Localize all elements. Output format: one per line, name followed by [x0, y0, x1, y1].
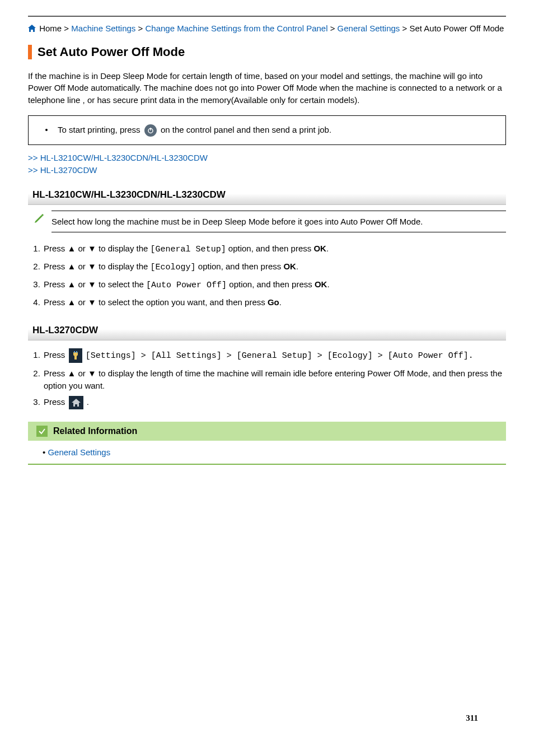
svg-rect-4	[76, 351, 77, 353]
breadcrumb-machine-settings[interactable]: Machine Settings	[71, 24, 135, 33]
steps-list-b: Press [Settings] > [All Settings] > [Gen…	[43, 346, 506, 412]
anchor-link-2[interactable]: >> HL-L3270CDW	[28, 165, 97, 175]
step-item: Press ▲ or ▼ to display the length of ti…	[43, 365, 506, 394]
breadcrumb-current: Set Auto Power Off Mode	[409, 24, 504, 33]
step-item: Press [Settings] > [All Settings] > [Gen…	[43, 346, 506, 365]
step-item: Press ▲ or ▼ to select the option you wa…	[43, 294, 506, 311]
anchor-links: >> HL-L3210CW/HL-L3230CDN/HL-L3230CDW >>…	[28, 152, 506, 177]
breadcrumb-sep: >	[330, 24, 335, 33]
note-text: To start printing, press on the control …	[58, 124, 331, 137]
section-heading-a: HL-L3210CW/HL-L3230CDN/HL-L3230CDW	[28, 185, 506, 205]
related-item: General Settings	[43, 447, 110, 457]
breadcrumb-general-settings[interactable]: General Settings	[338, 24, 400, 33]
home-icon[interactable]	[28, 23, 36, 35]
breadcrumb: Home > Machine Settings > Change Machine…	[28, 22, 506, 35]
check-icon	[36, 426, 48, 437]
step-chain: [Settings] > [All Settings] > [General S…	[86, 351, 474, 361]
note-box: To start printing, press on the control …	[28, 115, 506, 145]
top-rule	[28, 16, 506, 17]
related-link-general-settings[interactable]: General Settings	[48, 447, 110, 457]
breadcrumb-change-settings[interactable]: Change Machine Settings from the Control…	[145, 24, 327, 33]
section-heading-b: HL-L3270CDW	[28, 320, 506, 340]
steps-list-a: Press ▲ or ▼ to display the [General Set…	[43, 240, 506, 310]
note-post: on the control panel and then send a pri…	[161, 125, 331, 134]
page-title-row: Set Auto Power Off Mode	[28, 43, 506, 61]
power-icon	[144, 124, 157, 137]
home-button-icon	[69, 396, 83, 409]
page-title: Set Auto Power Off Mode	[38, 43, 185, 61]
breadcrumb-home: Home	[39, 24, 62, 33]
step-item: Press .	[43, 394, 506, 412]
breadcrumb-sep: >	[402, 24, 407, 33]
page-number: 311	[466, 712, 478, 725]
breadcrumb-sep: >	[64, 24, 69, 33]
related-heading-text: Related Information	[53, 424, 137, 437]
related-information: Related Information General Settings	[28, 422, 506, 465]
related-heading: Related Information	[28, 422, 506, 440]
anchor-link-1[interactable]: >> HL-L3210CW/HL-L3230CDN/HL-L3230CDW	[28, 153, 208, 162]
tip-text: Select how long the machine must be in D…	[51, 211, 506, 233]
note-pre: To start printing, press	[58, 125, 143, 134]
step-item: Press ▲ or ▼ to display the [General Set…	[43, 240, 506, 258]
intro-paragraph: If the machine is in Deep Sleep Mode for…	[28, 70, 506, 106]
title-accent-bar	[28, 45, 32, 59]
pencil-icon	[34, 212, 46, 227]
bullet-icon	[45, 129, 48, 131]
step-item: Press ▲ or ▼ to display the [Ecology] op…	[43, 258, 506, 276]
svg-rect-3	[74, 351, 75, 353]
step-item: Press ▲ or ▼ to select the [Auto Power O…	[43, 276, 506, 294]
breadcrumb-sep: >	[138, 24, 143, 33]
related-body: General Settings	[28, 441, 506, 465]
tip-note: Select how long the machine must be in D…	[34, 211, 506, 233]
settings-icon	[69, 348, 82, 363]
